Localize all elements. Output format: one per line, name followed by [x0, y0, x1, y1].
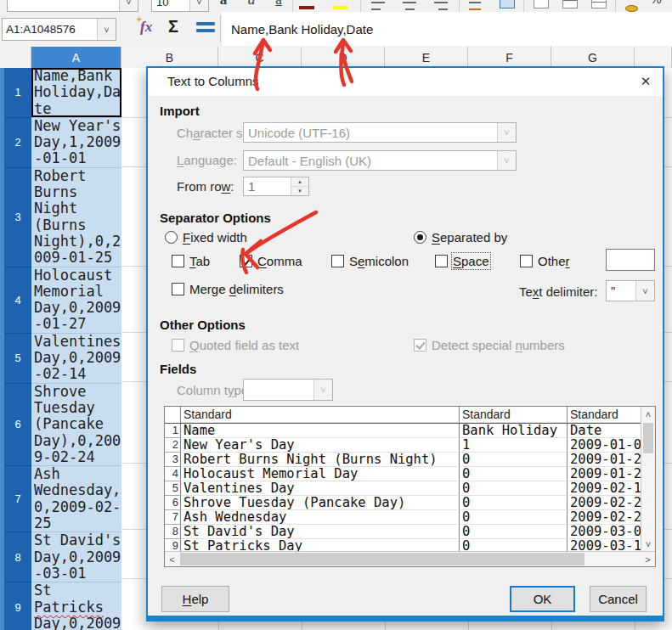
wrap-text-icon[interactable] [469, 2, 481, 10]
column-header-e[interactable]: E [385, 47, 468, 68]
scroll-up-icon[interactable]: ˄ [641, 407, 655, 421]
column-header-f[interactable]: F [468, 47, 551, 68]
border-double-icon[interactable] [591, 0, 607, 8]
cell-a3[interactable]: Robert Burns Night (Burns Night),0,2009-… [31, 168, 121, 267]
row-header-9[interactable]: 9 [4, 582, 31, 630]
scroll-right-icon[interactable]: ˃ [641, 552, 655, 566]
separated-by-radio[interactable]: Separated by [414, 230, 507, 245]
chevron-down-icon[interactable]: ˅ [97, 19, 116, 40]
preview-vertical-scrollbar[interactable]: ˄ ˅ [641, 407, 655, 551]
comma-checkbox[interactable]: Comma [240, 254, 302, 268]
other-separator-input[interactable] [606, 249, 655, 271]
row-header-3[interactable]: 3 [4, 168, 31, 267]
sheet-row: 5 Valentines Day,0,2009-02-14 [4, 334, 121, 384]
cell-a1[interactable]: Name,Bank Holiday,Date [31, 68, 121, 118]
align-center-icon[interactable] [403, 2, 416, 10]
detect-numbers-checkbox: Detect special numbers [414, 338, 565, 352]
font-name-combo[interactable]: ˅ [7, 0, 138, 12]
semicolon-checkbox[interactable]: Semicolon [331, 254, 409, 268]
row-header-8[interactable]: 8 [4, 532, 31, 582]
checkbox-icon[interactable] [520, 255, 533, 267]
column-header-g[interactable]: G [551, 47, 635, 68]
align-left-icon[interactable] [371, 2, 385, 10]
row-header-7[interactable]: 7 [4, 466, 31, 532]
sheet-row: 7 Ash Wednesday,0,2009-02-25 [4, 466, 121, 532]
scrollbar-thumb[interactable] [180, 553, 584, 565]
column-type-header[interactable]: Standard [459, 407, 567, 423]
row-header-2[interactable]: 2 [4, 118, 31, 168]
cell-a6[interactable]: Shrove Tuesday (Pancake Day),0,2009-02-2… [31, 384, 121, 466]
merge-cells-icon[interactable] [500, 0, 515, 8]
help-button[interactable]: Help [161, 586, 229, 612]
highlight-color-icon[interactable] [333, 6, 348, 9]
sheet-row: 4 Holocaust Memorial Day,0,2009-01-27 [4, 267, 121, 334]
from-row-spinner[interactable]: 1 ▲ ▼ [243, 177, 309, 196]
chevron-down-icon[interactable]: ˅ [635, 281, 654, 301]
chevron-down-icon[interactable]: ˅ [119, 0, 138, 11]
bold-icon[interactable]: a [215, 0, 232, 10]
cell-a4[interactable]: Holocaust Memorial Day,0,2009-01-27 [31, 267, 121, 334]
column-header-d[interactable]: D [302, 47, 385, 68]
font-size-combo[interactable]: 10 ˅ [151, 0, 209, 12]
text-to-columns-dialog: Text to Columns ✕ Import Character set: … [146, 66, 664, 622]
cancel-button[interactable]: Cancel [590, 586, 647, 612]
spin-up-icon[interactable]: ▲ [291, 177, 308, 187]
text-delimiter-combo[interactable]: " ˅ [606, 280, 655, 301]
align-right-icon[interactable] [434, 2, 448, 10]
column-header-h[interactable] [635, 47, 672, 68]
column-header-a[interactable]: A [31, 47, 121, 68]
other-checkbox[interactable]: Other [520, 254, 570, 268]
space-checkbox[interactable]: Space [435, 254, 489, 268]
currency-format-icon[interactable] [625, 5, 638, 12]
row-header-6[interactable]: 6 [4, 384, 31, 466]
merge-delimiters-checkbox[interactable]: Merge delimiters [172, 282, 284, 296]
name-box[interactable]: A1:A1048576 ˅ [2, 18, 116, 41]
spin-down-icon[interactable]: ▼ [291, 187, 308, 195]
font-color-icon[interactable] [299, 6, 314, 9]
checkbox-icon[interactable] [172, 255, 184, 267]
scrollbar-thumb[interactable] [643, 423, 653, 453]
row-header-1[interactable]: 1 [4, 68, 31, 118]
tab-checkbox[interactable]: Tab [172, 254, 210, 268]
radio-icon[interactable] [165, 231, 178, 244]
checkbox-checked-icon[interactable] [240, 255, 252, 267]
sum-icon[interactable]: Σ [168, 17, 178, 37]
close-icon[interactable]: ✕ [636, 72, 655, 91]
column-a-rows: 1 Name,Bank Holiday,Date 2 New Year's Da… [4, 68, 121, 630]
cell-a5[interactable]: Valentines Day,0,2009-02-14 [31, 334, 121, 384]
equals-formula-icon[interactable] [196, 22, 215, 36]
sheet-row: 9 St Patricks Day,0,2009 [4, 582, 121, 630]
italic-icon[interactable]: a [243, 0, 260, 10]
select-all-corner[interactable] [0, 47, 31, 68]
checkbox-icon[interactable] [435, 255, 448, 267]
semicolon-label: Semicolon [349, 254, 409, 268]
cell-a8[interactable]: St David's Day,0,2009-03-01 [31, 532, 121, 582]
function-wizard-icon[interactable]: ✦fx [140, 19, 152, 36]
row-header-4[interactable]: 4 [4, 267, 31, 334]
border-none-icon[interactable] [534, 0, 549, 8]
scroll-left-icon[interactable]: ˂ [165, 552, 179, 566]
cell-a7[interactable]: Ash Wednesday,0,2009-02-25 [31, 466, 121, 532]
column-type-header[interactable]: Standard [567, 407, 641, 423]
column-type-header[interactable]: Standard [181, 407, 459, 423]
column-header-b[interactable]: B [121, 47, 218, 68]
radio-checked-icon[interactable] [414, 231, 426, 244]
cell-a2[interactable]: New Year's Day,1,2009-01-01 [31, 118, 121, 168]
underline-icon[interactable]: a [270, 0, 287, 10]
scroll-down-icon[interactable]: ˅ [641, 537, 655, 551]
chevron-down-icon[interactable]: ˅ [189, 0, 208, 11]
checkbox-icon[interactable] [172, 283, 184, 295]
language-dropdown: Default - English (UK) ˅ [243, 150, 517, 171]
ok-button[interactable]: OK [510, 586, 575, 612]
preview-horizontal-scrollbar[interactable]: ˂ ˃ [165, 551, 655, 566]
column-header-c[interactable]: C [218, 47, 302, 68]
formula-input[interactable]: Name,Bank Holiday,Date [222, 12, 672, 46]
dialog-titlebar[interactable]: Text to Columns ✕ [148, 68, 663, 96]
fixed-width-radio[interactable]: Fixed width [165, 230, 247, 245]
cell-a9[interactable]: St Patricks Day,0,2009 [31, 582, 121, 630]
row-header-5[interactable]: 5 [4, 334, 31, 384]
border-horizontal-icon[interactable] [562, 0, 578, 8]
checkbox-icon[interactable] [331, 255, 344, 267]
percent-format-icon[interactable]: % [647, 0, 664, 10]
chevron-down-icon: ˅ [313, 380, 332, 400]
